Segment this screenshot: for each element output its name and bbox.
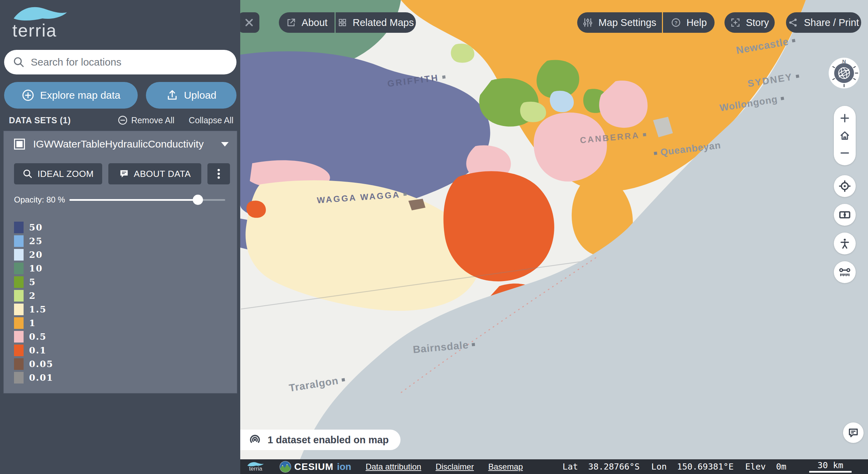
kebab-menu-icon [214,168,224,180]
pedestrian-mode-button[interactable] [834,233,856,254]
measure-icon [839,266,851,278]
sidebar: terria Explore map data Upload [0,0,240,474]
terria-wave-icon [12,3,69,22]
terria-logo[interactable]: terria [12,3,69,41]
workbench-item-header: IGWWaterTableHydraulicConductivity [14,137,229,151]
datasets-count: DATA SETS (1) [9,115,71,125]
slider-handle[interactable] [193,195,203,205]
place-marker [404,193,407,196]
legend-label: 25 [29,236,43,246]
longitude-value: Lon 150.69381°E [651,462,734,472]
share-icon [788,17,798,28]
terria-app: terria Explore map data Upload [0,0,868,474]
zoom-out-button[interactable] [839,145,850,161]
data-attribution-link[interactable]: Data attribution [366,462,421,472]
map-canvas[interactable] [240,0,868,459]
opacity-control: Opacity: 80 % [14,194,225,206]
sidebar-buttons: Explore map data Upload [4,82,236,109]
upload-button[interactable]: Upload [146,82,236,109]
legend-label: 50 [29,222,43,233]
story-icon [730,17,741,28]
legend-item: 0.05 [14,357,53,371]
search-icon [13,56,25,68]
logo-text: terria [12,20,69,41]
about-data-button[interactable]: ABOUT DATA [108,163,201,184]
speech-bubble-icon [119,169,129,179]
explore-map-data-button[interactable]: Explore map data [4,82,138,109]
legend-label: 0.5 [29,332,46,342]
legend-item: 0.01 [14,371,53,385]
dataset-count-pill[interactable]: 1 dataset enabled on map [240,430,401,450]
terria-footer-logo[interactable]: terria [244,461,268,472]
legend-label: 1 [29,318,36,328]
collapse-all-label: Collapse All [189,115,233,125]
legend-label: 2 [29,291,36,301]
legend-item: 20 [14,248,53,262]
broadcast-icon [248,433,261,446]
legend-item: 2 [14,289,53,303]
split-screen-icon [838,208,851,221]
share-print-button[interactable]: Share / Print [786,12,861,33]
disclaimer-link[interactable]: Disclaimer [436,462,474,472]
zoom-control [834,106,856,165]
search-bar[interactable] [4,50,236,74]
legend-swatch [14,358,24,370]
ion-wordmark: ion [337,461,351,472]
map-viewport[interactable]: NewcastleSYDNEYWollongongGRIFFITHCANBERR… [240,0,868,474]
external-link-icon [286,17,296,28]
feedback-button[interactable] [843,422,864,443]
split-screen-button[interactable] [834,204,856,226]
legend-item: 1.5 [14,303,53,316]
cesium-ion-logo[interactable]: CESIUM ion [279,461,351,473]
plus-icon [839,113,850,124]
place-marker [472,343,475,346]
search-input[interactable] [31,56,228,68]
help-button[interactable]: ? Help [663,12,715,33]
related-maps-label: Related Maps [353,17,414,28]
legend-item: 5 [14,275,53,289]
legend-item: 50 [14,221,53,234]
story-button[interactable]: Story [724,12,775,33]
related-maps-button[interactable]: Related Maps [336,12,416,33]
geolocation-button[interactable] [834,175,856,197]
dataset-visibility-checkbox[interactable] [14,139,25,150]
basemap-link[interactable]: Basemap [488,462,523,472]
ideal-zoom-button[interactable]: IDEAL ZOOM [14,163,102,184]
zoom-home-button[interactable] [839,128,851,143]
elevation-value: Elev 0m [745,462,786,472]
legend-swatch [14,345,24,356]
latitude-value: Lat 38.28766°S [562,462,640,472]
zoom-in-button[interactable] [839,111,850,126]
opacity-label: Opacity: 80 % [14,195,69,205]
legend-swatch [14,304,24,315]
legend-swatch [14,317,24,329]
legend-item: 0.1 [14,344,53,357]
map-settings-button[interactable]: Map Settings [577,12,662,33]
legend-item: 0.5 [14,330,53,344]
place-marker [796,74,799,78]
upload-icon [166,89,178,101]
about-button[interactable]: About [279,12,335,33]
datasets-header-row: DATA SETS (1) Remove All Collapse All [9,115,233,126]
home-icon [839,130,851,141]
feedback-icon [847,427,859,438]
story-label: Story [746,17,769,28]
map-settings-label: Map Settings [598,17,656,28]
measure-tool-button[interactable] [834,261,856,283]
legend-label: 0.1 [29,345,46,356]
collapse-all-button[interactable]: Collapse All [189,115,233,125]
legend-label: 10 [29,263,43,274]
compass-control[interactable]: N [828,57,860,89]
opacity-slider[interactable] [69,194,225,206]
place-marker [781,97,784,100]
more-options-button[interactable] [207,163,230,184]
place-marker [442,75,446,79]
legend-label: 0.05 [29,359,53,369]
slider-track-filled [69,199,194,201]
map-scale: 30 km [809,460,852,473]
minus-icon [839,148,850,158]
close-sidebar-button[interactable] [240,12,259,33]
cesium-wordmark: CESIUM [294,461,334,472]
chevron-down-icon[interactable] [221,142,229,147]
remove-all-button[interactable]: Remove All [118,115,174,125]
